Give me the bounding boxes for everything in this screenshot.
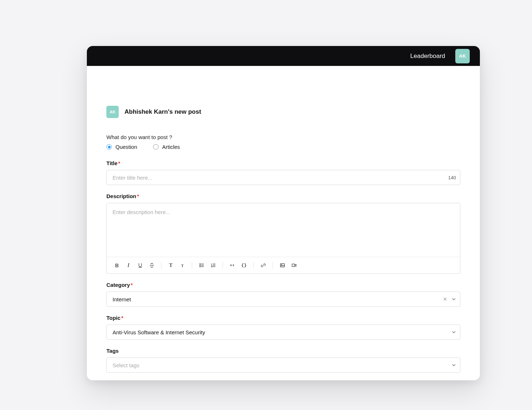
post-type-prompt: What do you want to post ?: [106, 134, 460, 140]
category-field-wrap: Internet ✕: [106, 292, 460, 307]
category-value: Internet: [113, 296, 131, 302]
tags-select[interactable]: Select tags: [106, 357, 460, 373]
chevron-down-icon[interactable]: [452, 297, 456, 301]
chevron-down-icon[interactable]: [452, 330, 456, 334]
post-type-options: Question Articles: [106, 144, 460, 150]
topic-value: Anti-Virus Software & Internet Security: [113, 329, 205, 335]
bullet-list-icon[interactable]: [197, 260, 207, 271]
heading-small-icon[interactable]: T: [177, 260, 187, 271]
tags-label: Tags: [106, 348, 460, 354]
heading-large-icon[interactable]: T: [166, 260, 176, 271]
select-icons: ✕: [443, 296, 456, 302]
radio-question[interactable]: Question: [106, 144, 137, 150]
tags-placeholder: Select tags: [113, 362, 139, 368]
description-input[interactable]: [107, 203, 460, 257]
svg-point-1: [199, 265, 200, 266]
svg-rect-5: [292, 264, 295, 267]
title-label: Title*: [106, 160, 460, 166]
radio-label: Articles: [162, 144, 180, 150]
modal-header: Leaderboard AK: [87, 46, 480, 66]
svg-point-0: [199, 264, 200, 264]
topic-select[interactable]: Anti-Virus Software & Internet Security: [106, 325, 460, 340]
select-icons: [452, 363, 456, 367]
title-input[interactable]: [106, 170, 460, 185]
radio-label: Question: [115, 144, 137, 150]
svg-point-2: [199, 266, 200, 267]
toolbar-separator: [253, 262, 254, 269]
clear-icon[interactable]: ✕: [443, 296, 447, 302]
strikethrough-icon[interactable]: [147, 260, 157, 271]
author-heading: Abhishek Karn's new post: [124, 108, 201, 116]
modal-body: AK Abhishek Karn's new post What do you …: [87, 66, 480, 380]
code-icon[interactable]: {}: [239, 260, 249, 271]
toolbar-separator: [192, 262, 192, 269]
tags-field-wrap: Select tags: [106, 357, 460, 373]
category-label: Category*: [106, 282, 460, 288]
editor-toolbar: B I T T: [107, 257, 460, 273]
leaderboard-link[interactable]: Leaderboard: [410, 53, 445, 60]
ordered-list-icon[interactable]: [208, 260, 218, 271]
italic-icon[interactable]: I: [123, 260, 134, 271]
video-icon[interactable]: [289, 260, 299, 271]
link-icon[interactable]: [258, 260, 268, 271]
toolbar-separator: [223, 262, 223, 269]
radio-articles[interactable]: Articles: [153, 144, 180, 150]
description-label: Description*: [106, 193, 460, 199]
quote-icon[interactable]: [227, 260, 237, 271]
description-editor: B I T T: [106, 203, 460, 274]
chevron-down-icon[interactable]: [452, 363, 456, 367]
author-avatar: AK: [106, 106, 119, 118]
radio-circle-icon: [153, 144, 159, 150]
image-icon[interactable]: [277, 260, 287, 271]
toolbar-separator: [273, 262, 273, 269]
title-field-wrap: 140: [106, 170, 460, 185]
post-author-row: AK Abhishek Karn's new post: [106, 106, 460, 118]
new-post-modal: Leaderboard AK AK Abhishek Karn's new po…: [87, 46, 480, 380]
title-char-count: 140: [448, 175, 456, 180]
bold-icon[interactable]: B: [112, 260, 122, 271]
topic-field-wrap: Anti-Virus Software & Internet Security: [106, 325, 460, 340]
radio-circle-icon: [106, 144, 112, 150]
category-select[interactable]: Internet: [106, 292, 460, 307]
underline-icon[interactable]: [135, 260, 145, 271]
avatar[interactable]: AK: [455, 49, 470, 63]
topic-label: Topic*: [106, 315, 460, 321]
select-icons: [452, 330, 456, 334]
toolbar-separator: [161, 262, 161, 269]
